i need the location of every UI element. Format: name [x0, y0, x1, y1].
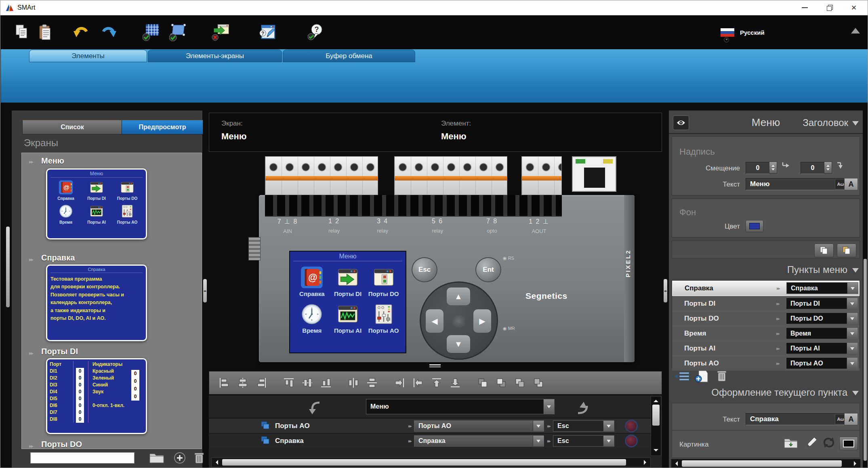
- menu-item-screen-dropdown[interactable]: Порты DI: [786, 298, 858, 309]
- language-selector[interactable]: Русский: [721, 20, 809, 44]
- status-indicator[interactable]: [625, 420, 638, 432]
- offset-x-stepper[interactable]: [769, 162, 777, 174]
- load-image-icon[interactable]: [784, 437, 799, 450]
- move-up-icon[interactable]: [427, 374, 446, 392]
- part-selector-arrow-icon[interactable]: [852, 121, 859, 129]
- screen-item-ports-do[interactable]: Порты DO: [41, 440, 82, 449]
- nav-horizontal-scrollbar[interactable]: [211, 458, 651, 467]
- tab-element-screens[interactable]: Элементы-экраны: [148, 50, 282, 62]
- offset-y-field[interactable]: 0: [801, 162, 825, 174]
- window-edge-scrollbar[interactable]: [864, 259, 867, 461]
- status-indicator[interactable]: [625, 434, 638, 447]
- part-selector[interactable]: Заголовок: [803, 117, 848, 128]
- menu-item-row-time[interactable]: Время ▸▸ Время: [672, 326, 860, 341]
- properties-horizontal-scrollbar[interactable]: [671, 459, 861, 468]
- copy-style-button[interactable]: [814, 243, 834, 257]
- screen-thumbnail-help[interactable]: Справка Тестовая программа для проверки …: [46, 264, 147, 341]
- screen-item-ports-di[interactable]: Порты DI: [41, 347, 78, 356]
- undo-icon[interactable]: [73, 23, 90, 42]
- nav-row-help[interactable]: Справка ▸▸ Справка ▸▸ Esc: [209, 433, 651, 448]
- align-middle-icon[interactable]: [298, 374, 317, 392]
- object-snap-icon[interactable]: [169, 23, 187, 42]
- move-right-icon[interactable]: [390, 374, 409, 392]
- screen-item-menu[interactable]: Меню: [41, 156, 64, 166]
- align-left-icon[interactable]: [215, 374, 233, 392]
- canvas-resize-handle[interactable]: [429, 364, 441, 365]
- nav-row-ports-ao[interactable]: Порты AO ▸▸ Порты AO ▸▸ Esc: [209, 419, 651, 433]
- align-bottom-icon[interactable]: [317, 374, 335, 392]
- background-color-swatch[interactable]: [746, 220, 763, 232]
- screen-thumbnail-menu[interactable]: Меню @ Справка Порты DI Порты DO Время П…: [46, 168, 147, 239]
- tab-list-view[interactable]: Список: [22, 120, 122, 134]
- align-right-icon[interactable]: [252, 374, 271, 392]
- refresh-image-icon[interactable]: [822, 437, 835, 450]
- expander-icon[interactable]: ▸▸: [29, 350, 33, 356]
- tab-preview-view[interactable]: Предпросмотр: [122, 120, 203, 134]
- offset-x-field[interactable]: 0: [746, 162, 770, 174]
- align-top-icon[interactable]: [280, 374, 298, 392]
- screen-thumbnail-ports-di[interactable]: Порт DI1 DI2 DI3 DI4 DI5 DI6 DI7 DI8 0 0…: [46, 358, 147, 434]
- redo-icon[interactable]: [99, 23, 117, 42]
- menu-item-ports-do[interactable]: Порты DO: [368, 266, 399, 297]
- move-left-icon[interactable]: [409, 374, 427, 392]
- tab-clipboard[interactable]: Буфер обмена: [283, 50, 415, 62]
- menu-item-row-ports-ai[interactable]: Порты AI ▸▸ Порты AI: [672, 341, 860, 356]
- expander-icon[interactable]: ▸▸: [29, 256, 33, 262]
- expander-icon[interactable]: ▸▸: [29, 443, 33, 449]
- bring-to-front-icon[interactable]: [511, 374, 529, 392]
- item-text-field[interactable]: Справка Aω: [746, 413, 847, 425]
- add-screen-icon[interactable]: [173, 451, 186, 466]
- restore-button[interactable]: [819, 0, 840, 15]
- menu-item-screen-dropdown[interactable]: Справка: [786, 282, 858, 294]
- menu-item-row-ports-di[interactable]: Порты DI ▸▸ Порты DI: [672, 296, 860, 311]
- grid-snap-icon[interactable]: [142, 23, 160, 42]
- current-item-collapse-icon[interactable]: [852, 391, 859, 399]
- item-font-button[interactable]: A: [844, 413, 858, 425]
- menu-item-row-ports-ao[interactable]: Порты AO ▸▸ Порты AO: [672, 356, 860, 371]
- font-button[interactable]: A: [844, 178, 858, 190]
- menu-item-row-help[interactable]: Справка ▸▸ Справка: [672, 281, 860, 296]
- offset-y-stepper[interactable]: [824, 162, 832, 174]
- distribute-vertical-icon[interactable]: [363, 374, 381, 392]
- send-to-back-icon[interactable]: [529, 374, 548, 392]
- distribute-horizontal-icon[interactable]: [344, 374, 363, 392]
- key-dropdown[interactable]: Esc: [553, 435, 614, 447]
- expander-icon[interactable]: ▸▸: [29, 159, 33, 165]
- nav-vertical-scrollbar[interactable]: [651, 396, 661, 456]
- target-screen-dropdown[interactable]: Справка: [414, 435, 544, 447]
- left-edge-grip[interactable]: [6, 227, 10, 307]
- screen-selector-dropdown[interactable]: Меню: [366, 399, 555, 414]
- copy-icon[interactable]: [13, 23, 31, 42]
- align-center-icon[interactable]: [233, 374, 252, 392]
- menu-item-row-ports-do[interactable]: Порты DO ▸▸ Порты DO: [672, 311, 860, 326]
- image-preview-swatch[interactable]: [839, 437, 858, 450]
- menu-item-screen-dropdown[interactable]: Порты AO: [786, 357, 858, 369]
- menu-item-screen-dropdown[interactable]: Время: [786, 327, 858, 339]
- paste-style-button[interactable]: [837, 243, 856, 257]
- bring-forward-icon[interactable]: [473, 374, 492, 392]
- move-down-icon[interactable]: [446, 374, 464, 392]
- paste-icon[interactable]: [36, 23, 54, 42]
- add-item-icon[interactable]: [695, 370, 708, 384]
- edit-image-icon[interactable]: [805, 437, 818, 450]
- collapse-toolbar-icon[interactable]: [851, 23, 860, 34]
- menu-item-screen-dropdown[interactable]: Порты DO: [786, 313, 858, 324]
- screen-item-help[interactable]: Справка: [41, 253, 75, 262]
- close-button[interactable]: ✕: [843, 0, 864, 15]
- enter-screen-icon[interactable]: [308, 401, 322, 417]
- menu-item-ports-ao[interactable]: Порты AO: [368, 303, 399, 334]
- return-icon[interactable]: [574, 401, 589, 416]
- menu-items-list[interactable]: Справка ▸▸ Справка Порты DI ▸▸ Порты DI …: [672, 280, 860, 368]
- delete-screen-icon[interactable]: [193, 451, 205, 466]
- send-backward-icon[interactable]: [492, 374, 511, 392]
- menu-item-time[interactable]: Время: [301, 303, 323, 334]
- left-splitter-handle[interactable]: ◂▸: [203, 279, 207, 302]
- reorder-items-icon[interactable]: [674, 371, 690, 384]
- edit-help-icon[interactable]: ?: [259, 23, 276, 42]
- menu-item-ports-di[interactable]: Порты DI: [334, 266, 361, 297]
- menu-items-collapse-icon[interactable]: [852, 268, 859, 276]
- text-field[interactable]: Меню Aω: [746, 178, 847, 190]
- screen-name-input[interactable]: [30, 452, 135, 464]
- menu-item-help[interactable]: @ Справка: [299, 266, 324, 297]
- minimize-button[interactable]: [794, 0, 815, 15]
